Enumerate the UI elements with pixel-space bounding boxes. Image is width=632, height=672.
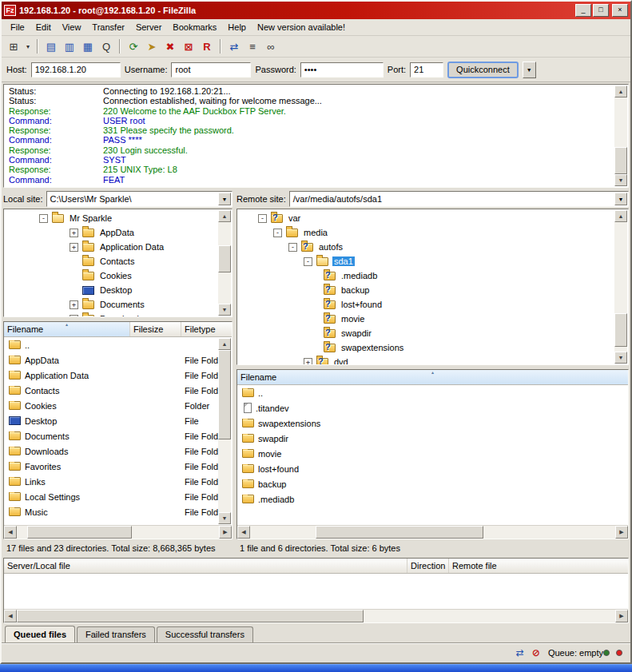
menu-bookmarks[interactable]: Bookmarks <box>167 20 222 34</box>
expander-icon[interactable]: - <box>258 214 267 223</box>
host-input[interactable] <box>31 62 121 78</box>
menu-edit[interactable]: Edit <box>30 20 57 34</box>
file-row[interactable]: LinksFile Folder <box>4 474 219 489</box>
scrollbar-up-button[interactable]: ▲ <box>614 85 627 97</box>
remote-tree-item[interactable]: -media <box>237 225 614 240</box>
close-button[interactable]: × <box>612 4 628 17</box>
local-tree-item[interactable]: -Mr Sparkle <box>4 211 217 225</box>
file-row[interactable]: Application DataFile Folder <box>4 368 219 383</box>
remote-tree-item[interactable]: swapextensions <box>237 340 614 355</box>
scrollbar-right-button[interactable]: ▶ <box>615 610 628 622</box>
file-row[interactable]: .. <box>4 337 219 352</box>
toggle-message-log-icon[interactable]: ▤ <box>42 38 60 55</box>
local-tree-item[interactable]: Desktop <box>4 283 217 297</box>
titlebar[interactable]: Fz 192.168.1.20 - root@192.168.1.20 - Fi… <box>2 2 630 19</box>
remote-tree-scrollbar[interactable]: ▲ ▼ <box>614 210 627 364</box>
expander-icon[interactable]: + <box>70 243 78 252</box>
file-row[interactable]: movie <box>237 446 628 461</box>
remote-tree-item[interactable]: +dvd <box>237 355 614 365</box>
scrollbar-right-button[interactable]: ▶ <box>219 526 232 539</box>
windows-taskbar[interactable] <box>0 664 632 672</box>
log-scrollbar[interactable]: ▲ ▼ <box>614 85 627 186</box>
menu-help[interactable]: Help <box>222 20 252 34</box>
tab-failed-transfers[interactable]: Failed transfers <box>77 626 155 642</box>
file-row[interactable]: swapdir <box>237 431 628 446</box>
cancel-icon[interactable]: ✖ <box>161 38 179 55</box>
local-tree-item[interactable]: Cookies <box>4 268 217 283</box>
file-row[interactable]: .. <box>237 385 628 400</box>
process-queue-icon[interactable]: ➤ <box>143 38 161 55</box>
reconnect-icon[interactable]: R <box>198 38 216 55</box>
find-files-icon[interactable]: ∞ <box>262 38 280 55</box>
scrollbar-thumb[interactable] <box>614 313 627 347</box>
menu-new-version-link[interactable]: New version available! <box>252 20 351 34</box>
local-site-dropdown-button[interactable]: ▼ <box>218 193 231 205</box>
expander-icon[interactable]: + <box>70 300 78 309</box>
site-manager-icon[interactable]: ⊞ <box>5 38 22 55</box>
username-input[interactable] <box>171 62 251 78</box>
remote-tree-item[interactable]: swapdir <box>237 326 614 340</box>
local-site-combo[interactable]: C:\Users\Mr Sparkle\ ▼ <box>46 191 233 207</box>
scrollbar-down-button[interactable]: ▼ <box>614 352 627 364</box>
scrollbar-down-button[interactable]: ▼ <box>218 512 231 524</box>
toggle-remote-tree-icon[interactable]: ▦ <box>79 38 97 55</box>
scrollbar-thumb[interactable] <box>316 526 483 539</box>
file-row[interactable]: lost+found <box>237 461 628 476</box>
scrollbar-up-button[interactable]: ▲ <box>218 210 231 222</box>
expander-icon[interactable]: - <box>304 257 312 266</box>
toggle-transfer-queue-icon[interactable]: Q <box>97 38 115 55</box>
expander-icon[interactable]: - <box>39 214 48 223</box>
scrollbar-thumb[interactable] <box>27 526 133 539</box>
column-header-filesize[interactable]: Filesize <box>130 322 181 336</box>
remote-tree-item-sda1[interactable]: -sda1 <box>237 254 614 268</box>
password-input[interactable] <box>300 62 384 78</box>
tab-queued-files[interactable]: Queued files <box>5 626 75 642</box>
menu-server[interactable]: Server <box>130 20 167 34</box>
port-input[interactable] <box>410 62 443 78</box>
local-tree-item[interactable]: Contacts <box>4 254 217 268</box>
scrollbar-thumb[interactable] <box>218 245 231 272</box>
toggle-local-tree-icon[interactable]: ▥ <box>61 38 78 55</box>
menu-file[interactable]: File <box>5 20 30 34</box>
file-row[interactable]: .titandev <box>237 400 628 416</box>
scrollbar-thumb[interactable] <box>218 350 231 439</box>
disconnect-icon[interactable]: ⊠ <box>180 38 197 55</box>
expander-icon[interactable]: + <box>70 315 78 318</box>
remote-tree-item[interactable]: movie <box>237 312 614 326</box>
local-list-hscrollbar[interactable]: ◀ ▶ <box>4 525 232 539</box>
remote-tree-item[interactable]: .mediadb <box>237 268 614 283</box>
column-header-remote-file[interactable]: Remote file <box>449 559 628 573</box>
scrollbar-down-button[interactable]: ▼ <box>614 174 627 186</box>
quickconnect-dropdown-button[interactable]: ▼ <box>523 62 536 78</box>
local-tree-scrollbar[interactable]: ▲ ▼ <box>218 210 231 316</box>
site-manager-dropdown-icon[interactable]: ▾ <box>23 38 33 55</box>
file-row[interactable]: MusicFile Folder <box>4 504 219 519</box>
remote-tree-item[interactable]: -var <box>237 211 614 225</box>
local-list-scrollbar[interactable]: ▲ ▼ <box>218 338 231 524</box>
column-header-filename[interactable]: ▴Filename <box>4 322 130 336</box>
expander-icon[interactable]: - <box>273 229 282 237</box>
local-tree-item[interactable]: +Downloads <box>4 312 217 317</box>
remote-tree-item[interactable]: backup <box>237 283 614 297</box>
remote-tree-item[interactable]: -autofs <box>237 240 614 254</box>
expander-icon[interactable]: + <box>304 358 312 366</box>
local-tree-item[interactable]: +Documents <box>4 297 217 312</box>
file-row[interactable]: backup <box>237 476 628 491</box>
menu-transfer[interactable]: Transfer <box>86 20 130 34</box>
maximize-button[interactable]: □ <box>593 4 609 17</box>
menu-view[interactable]: View <box>57 20 87 34</box>
scrollbar-left-button[interactable]: ◀ <box>4 610 17 622</box>
scrollbar-up-button[interactable]: ▲ <box>218 338 231 350</box>
file-row[interactable]: ContactsFile Folder <box>4 383 219 398</box>
scrollbar-thumb[interactable] <box>17 610 364 622</box>
expander-icon[interactable]: - <box>288 243 297 252</box>
file-row[interactable]: CookiesFolder <box>4 398 219 413</box>
remote-tree-item[interactable]: lost+found <box>237 297 614 312</box>
refresh-icon[interactable]: ⟳ <box>125 38 142 55</box>
scrollbar-thumb[interactable] <box>614 147 627 174</box>
file-row[interactable]: DesktopFile <box>4 413 219 428</box>
directory-comparison-icon[interactable]: ⇄ <box>225 38 243 55</box>
remote-site-dropdown-button[interactable]: ▼ <box>614 193 627 205</box>
file-row[interactable]: Local SettingsFile Folder <box>4 489 219 504</box>
local-tree-item[interactable]: +AppData <box>4 225 217 240</box>
